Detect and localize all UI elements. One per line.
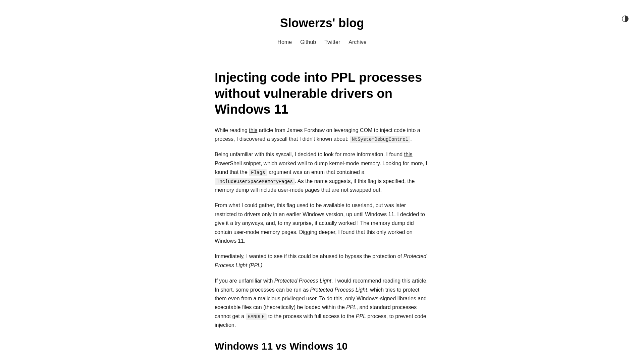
text: Immediately, I wanted to see if this cou… — [215, 253, 404, 259]
paragraph-1: While reading this article from James Fo… — [215, 126, 429, 144]
italic-ppl-2: Protected Process Light — [310, 287, 367, 293]
text: argument was an enum that contained a — [267, 169, 364, 175]
nav-home[interactable]: Home — [277, 38, 292, 47]
text: From what I could gather, this flag used… — [215, 202, 425, 244]
text: Being unfamiliar with this syscall, I de… — [215, 152, 404, 157]
code-flags: Flags — [249, 169, 267, 176]
italic-ppl-4: PPL — [356, 313, 366, 319]
site-header: Slowerzs' blog Home Github Twitter Archi… — [0, 0, 644, 56]
italic-ppl-1: Protected Process Light — [274, 278, 331, 284]
paragraph-4: Immediately, I wanted to see if this cou… — [215, 252, 429, 270]
main-nav: Home Github Twitter Archive — [7, 38, 637, 47]
paragraph-5: If you are unfamiliar with Protected Pro… — [215, 277, 429, 329]
link-ppl-article[interactable]: this article — [402, 278, 426, 284]
paragraph-2: Being unfamiliar with this syscall, I de… — [215, 150, 429, 194]
site-title[interactable]: Slowerzs' blog — [7, 13, 637, 33]
paragraph-3: From what I could gather, this flag used… — [215, 201, 429, 245]
link-forshaw-article[interactable]: this — [249, 127, 257, 133]
article-body: While reading this article from James Fo… — [215, 126, 429, 354]
half-circle-icon — [622, 15, 629, 22]
article-title: Injecting code into PPL processes withou… — [215, 70, 429, 118]
link-powershell-snippet[interactable]: this — [404, 152, 413, 157]
nav-archive[interactable]: Archive — [348, 38, 366, 47]
theme-toggle-button[interactable] — [622, 15, 629, 22]
section-heading-win11-vs-win10: Windows 11 vs Windows 10 — [215, 338, 429, 354]
article-content: Injecting code into PPL processes withou… — [208, 56, 436, 362]
italic-ppl-3: PPL — [346, 304, 356, 310]
text: While reading — [215, 127, 249, 133]
text: If you are unfamiliar with — [215, 278, 274, 284]
nav-github[interactable]: Github — [300, 38, 316, 47]
nav-twitter[interactable]: Twitter — [324, 38, 340, 47]
code-handle: HANDLE — [246, 313, 267, 320]
text: to the process with full access to the — [267, 313, 356, 319]
code-includeuserspace: IncludeUserSpaceMemoryPages — [215, 178, 295, 185]
text: . — [410, 136, 412, 142]
text: , I would recommend reading — [331, 278, 402, 284]
code-ntsystemdebugcontrol: NtSystemDebugControl — [350, 136, 410, 143]
